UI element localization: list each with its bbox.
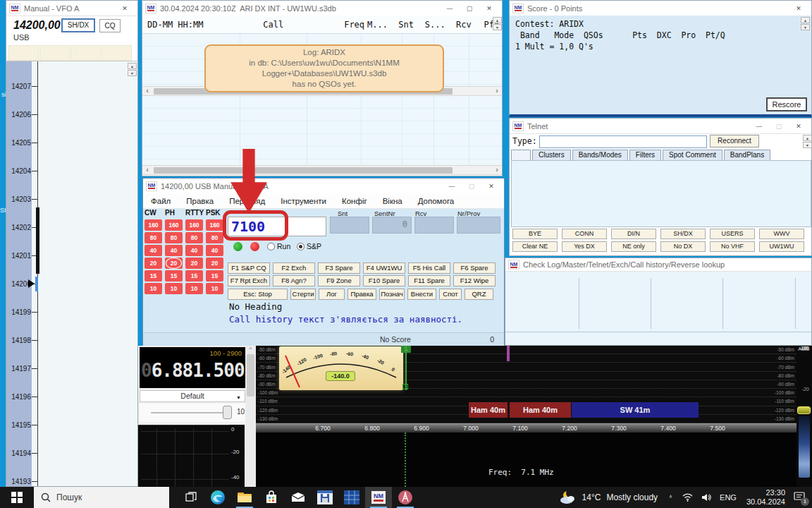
function-key-button[interactable]: F11 Spare xyxy=(408,275,450,286)
nrprov-field[interactable] xyxy=(457,217,500,234)
maximize-icon[interactable]: ▢ xyxy=(462,183,481,190)
snt-field[interactable] xyxy=(330,217,369,234)
function-key-button[interactable]: F10 Spare xyxy=(363,275,405,286)
shdx-button[interactable]: SH/DX xyxy=(61,18,95,32)
bandmap-frequency[interactable]: 14198 xyxy=(6,326,37,354)
vfo-memory-slot[interactable] xyxy=(8,45,39,61)
function-key-button[interactable]: F9 Zone xyxy=(318,275,360,286)
bandmap-frequency[interactable]: 14193 xyxy=(6,467,37,487)
band-button[interactable]: 10 xyxy=(165,283,183,294)
log-column-header[interactable]: Call xyxy=(263,20,335,30)
band-button[interactable]: 15 xyxy=(165,270,183,282)
telnet-tab-current[interactable] xyxy=(511,150,531,160)
task-view-button[interactable] xyxy=(178,487,204,508)
menu-item[interactable]: Правка xyxy=(178,197,221,205)
telnet-tab[interactable]: Filters xyxy=(629,150,661,160)
log-column-header[interactable]: Rcv xyxy=(456,20,484,30)
notification-button[interactable]: 1 xyxy=(794,492,805,503)
weather-widget[interactable] xyxy=(558,490,577,505)
band-button[interactable]: 10 xyxy=(206,283,223,294)
telnet-command-button[interactable]: WWV xyxy=(759,229,804,239)
menu-item[interactable]: Інструменти xyxy=(273,197,334,205)
menu-item[interactable]: Вікна xyxy=(375,197,410,205)
sentnr-field[interactable]: 0 xyxy=(372,217,412,234)
cq-button[interactable]: CQ xyxy=(99,19,121,32)
scroll-right-icon[interactable]: › xyxy=(492,87,502,95)
log-horizontal-scrollbar[interactable]: ‹ › xyxy=(142,165,502,175)
bandmap-frequency[interactable]: 14201 xyxy=(6,241,37,270)
band-button[interactable]: 40 xyxy=(206,245,223,256)
scrollbar-thumb[interactable] xyxy=(247,354,254,397)
log-spinner[interactable]: ▲▼ xyxy=(493,17,502,30)
band-button[interactable]: 15 xyxy=(144,270,162,282)
bandmap-frequency[interactable]: 14197 xyxy=(6,354,37,382)
telnet-command-button[interactable]: SH/DX xyxy=(660,229,706,239)
close-icon[interactable]: ✕ xyxy=(479,5,499,12)
function-key-button[interactable]: F8 Agn? xyxy=(273,275,315,286)
close-icon[interactable]: ✕ xyxy=(115,5,135,12)
log-column-header[interactable]: DD-MM HH:MM xyxy=(147,20,263,30)
taskbar-logger-save[interactable] xyxy=(312,487,338,508)
minimize-icon[interactable]: — xyxy=(440,5,460,12)
minimize-icon[interactable]: — xyxy=(749,123,769,130)
band-button[interactable]: 40 xyxy=(185,245,203,256)
bandmap-spinner[interactable]: ▲▼ xyxy=(128,63,137,76)
action-button[interactable]: Спот xyxy=(439,289,462,300)
channel-marker-handle[interactable] xyxy=(402,384,408,389)
telnet-tab[interactable]: Spot Comment xyxy=(663,150,722,160)
band-button[interactable]: 10 xyxy=(185,283,203,294)
maximize-icon[interactable]: ▢ xyxy=(460,5,479,12)
taskbar-file-explorer[interactable] xyxy=(231,487,258,508)
rcv-field[interactable] xyxy=(414,217,454,234)
bandmap-frequency[interactable]: 14203 xyxy=(6,185,37,213)
taskbar-grid-app[interactable] xyxy=(338,487,365,508)
taskbar-sdr[interactable] xyxy=(392,487,419,508)
menu-item[interactable]: Конфіг xyxy=(334,197,375,205)
telnet-command-button[interactable]: NE only xyxy=(611,241,656,252)
band-button[interactable]: 20 xyxy=(206,258,223,269)
band-button[interactable]: 160 xyxy=(144,219,162,231)
telnet-command-button[interactable]: Clear NE xyxy=(512,241,558,252)
function-key-button[interactable]: F1 S&P CQ xyxy=(228,262,270,274)
band-button[interactable]: 20 xyxy=(185,258,203,269)
function-key-button[interactable]: F4 UW1WU xyxy=(363,262,405,274)
scroll-up-icon[interactable]: ^ xyxy=(245,346,256,352)
run-radio[interactable] xyxy=(267,243,275,250)
scroll-right-icon[interactable]: › xyxy=(492,166,502,174)
bandmap-frequency[interactable]: 14207 xyxy=(6,72,37,100)
function-key-button[interactable]: F3 Spare xyxy=(318,262,360,274)
checklog-titlebar[interactable]: NM Check Log/Master/Telnet/Exch/Call his… xyxy=(505,258,811,272)
bandmap-frequency[interactable]: 14194 xyxy=(6,439,37,467)
telnet-command-button[interactable]: USERS xyxy=(710,229,755,239)
log-titlebar[interactable]: NM 30.04.2024 20:30:10Z ARI DX INT - UW1… xyxy=(142,1,502,16)
menu-item[interactable]: Файл xyxy=(143,197,178,205)
telnet-output-area[interactable] xyxy=(511,160,811,227)
vfo-titlebar[interactable]: NM Manual - VFO A ✕ xyxy=(6,1,137,16)
band-button[interactable]: 40 xyxy=(144,245,162,256)
spectrum-display[interactable]: -50 dBm -50 dBm -60 dBm -60 dBm -70 dBm … xyxy=(256,346,796,423)
band-button[interactable]: 80 xyxy=(206,232,223,243)
score-spinner[interactable]: ▲▼ xyxy=(801,17,810,30)
telnet-command-button[interactable]: DI/N xyxy=(611,229,656,239)
telnet-tab[interactable]: BandPlans xyxy=(724,150,770,160)
taskbar-mail[interactable] xyxy=(285,487,312,508)
vfo-memory-slot[interactable] xyxy=(70,45,101,61)
scroll-left-icon[interactable]: ‹ xyxy=(142,87,152,95)
wifi-icon[interactable] xyxy=(682,493,693,502)
slider-handle[interactable] xyxy=(223,406,232,419)
sdr-frequency-display[interactable]: 100 - 2900 06.881.500 xyxy=(140,347,245,388)
bandmap-frequency[interactable]: 14196 xyxy=(6,382,37,411)
action-button[interactable]: Внести xyxy=(407,289,436,300)
bandmap-frequency[interactable]: 14202 xyxy=(6,213,37,241)
log-column-header[interactable]: Snt xyxy=(398,20,424,30)
function-key-button[interactable]: F7 Rpt Exch xyxy=(228,275,270,286)
language-indicator[interactable]: ENG xyxy=(720,493,737,502)
bandmap-frequency[interactable]: 14195 xyxy=(6,411,37,439)
weather-temperature[interactable]: 14°C xyxy=(582,492,601,502)
band-button[interactable]: 160 xyxy=(165,219,183,231)
telnet-command-button[interactable]: CONN xyxy=(562,229,607,239)
band-button[interactable]: 20 xyxy=(144,258,162,269)
action-button[interactable]: QRZ xyxy=(465,289,493,300)
action-button[interactable]: Правка xyxy=(347,289,376,300)
telnet-tab[interactable]: Clusters xyxy=(532,150,571,160)
